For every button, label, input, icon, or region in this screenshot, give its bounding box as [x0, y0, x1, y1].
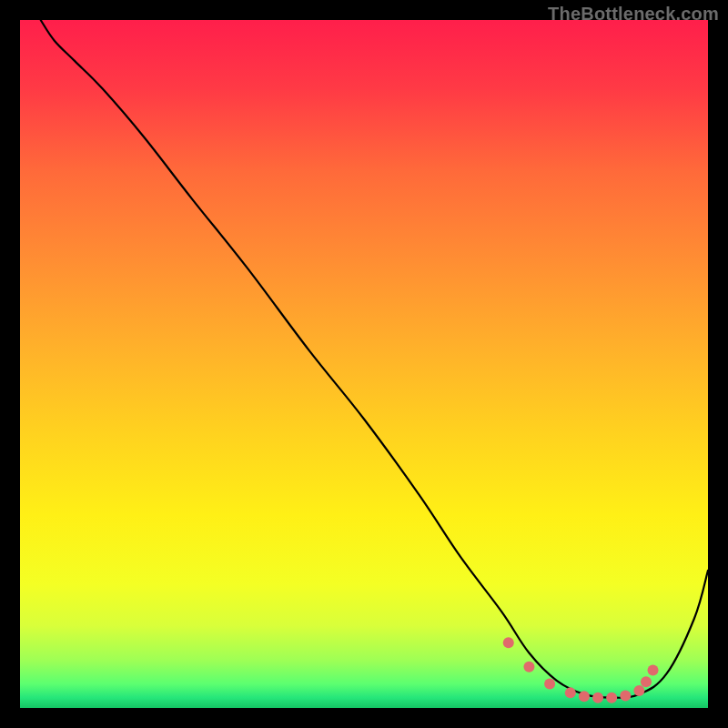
marker-dot: [648, 664, 659, 675]
marker-dot: [544, 679, 555, 690]
chart-canvas: [20, 20, 708, 708]
marker-dot: [633, 685, 644, 696]
marker-dot: [641, 676, 652, 687]
watermark-text: TheBottleneck.com: [548, 4, 719, 25]
marker-dot: [523, 662, 534, 672]
marker-dot: [503, 637, 514, 648]
plot-area: [20, 20, 708, 708]
chart-frame: TheBottleneck.com: [0, 0, 728, 728]
gradient-background: [20, 20, 708, 708]
marker-dot: [606, 693, 617, 703]
marker-dot: [565, 687, 576, 698]
marker-dot: [620, 690, 631, 701]
marker-dot: [579, 691, 590, 702]
marker-dot: [592, 693, 603, 703]
